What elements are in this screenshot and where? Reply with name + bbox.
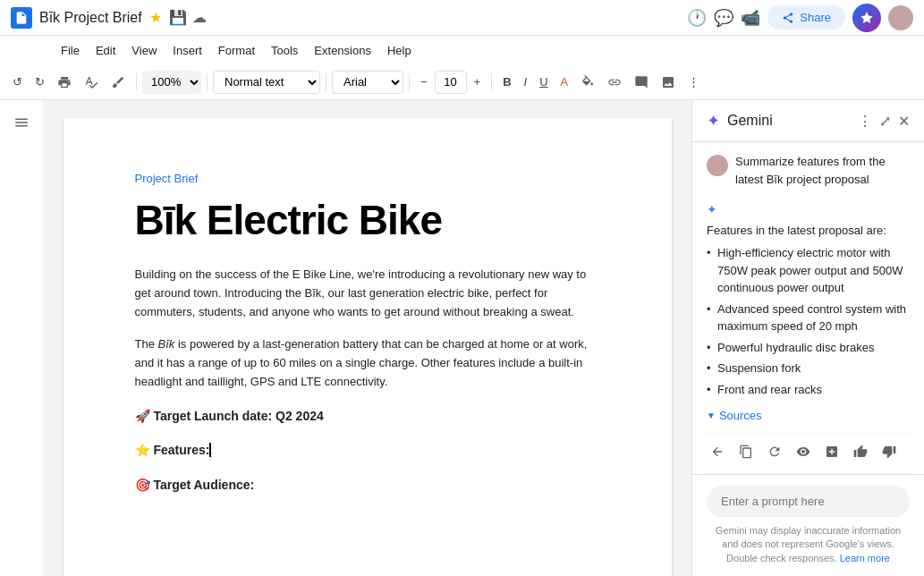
gemini-prompt-input[interactable] [721,495,895,508]
thumbs-down-button[interactable] [878,441,900,466]
title-icons: 💾 ☁ [169,9,207,26]
undo-button[interactable]: ↺ [7,72,28,92]
gemini-panel: ✦ Gemini ⋮ ⤢ ✕ Summarize features from t… [691,100,924,576]
sources-arrow-icon: ▼ [707,411,716,420]
cloud-sync-icon[interactable]: ☁ [192,9,207,26]
paint-format-button[interactable] [106,72,131,93]
feature-item-5: Front and rear racks [707,381,910,399]
gemini-more-icon[interactable]: ⋮ [858,113,872,130]
history-icon[interactable]: 🕐 [687,8,707,28]
paragraph-2: The Bīk is powered by a last-generation … [135,335,600,391]
insert-action-button[interactable] [821,441,843,466]
para2-prefix: The [135,337,158,351]
sources-label: Sources [719,409,762,422]
menu-help[interactable]: Help [380,40,419,61]
font-size-input[interactable] [435,71,467,94]
gemini-ai-icon: ✦ [707,202,910,216]
divider-2 [207,73,208,91]
google-docs-icon [11,7,32,29]
feature-item-1: High-efficiency electric motor with 750W… [707,244,910,297]
spell-check-button[interactable] [79,72,104,93]
features-text: ⭐ Features: [135,443,210,457]
share-label: Share [800,11,831,24]
gemini-expand-icon[interactable]: ⤢ [879,113,891,130]
feature-item-2: Advanced speed control system with maxim… [707,301,910,335]
gemini-user-message: Summarize features from the latest Bīk p… [707,153,910,188]
gemini-response-intro: Features in the latest proposal are: [707,224,910,237]
back-action-button[interactable] [707,441,728,466]
font-size-increase[interactable]: + [469,72,487,92]
menu-edit[interactable]: Edit [89,40,123,61]
copy-action-button[interactable] [735,441,757,466]
doc-area[interactable]: Project Brief Bīk Electric Bike Building… [43,100,691,576]
gemini-title: Gemini [727,113,851,129]
gemini-feature-list: High-efficiency electric motor with 750W… [707,244,910,398]
gemini-input-container[interactable] [707,486,910,517]
font-select[interactable]: Arial [332,71,403,94]
menu-tools[interactable]: Tools [264,40,305,61]
gemini-body: Summarize features from the latest Bīk p… [692,142,924,474]
paragraph-1: Building on the success of the E Bike Li… [135,266,600,321]
view-action-button[interactable] [793,441,814,466]
features-heading: ⭐ Features: [135,440,600,460]
font-size-control: − + [415,71,486,94]
document-body: Building on the success of the E Bike Li… [135,266,600,495]
zoom-select[interactable]: 100% [142,71,201,94]
refresh-action-button[interactable] [764,441,785,466]
save-to-drive-icon[interactable]: 💾 [169,9,187,26]
user-avatar[interactable] [888,5,913,30]
style-select[interactable]: Normal text [213,71,320,94]
comment-icon[interactable]: 💬 [714,8,733,28]
menu-extensions[interactable]: Extensions [307,40,378,61]
menu-insert[interactable]: Insert [165,40,209,61]
star-icon[interactable]: ★ [149,9,162,26]
gemini-ai-response: ✦ Features in the latest proposal are: H… [707,202,910,398]
title-bar: Bīk Project Brief ★ 💾 ☁ 🕐 💬 📹 Share [0,0,924,36]
text-color-button[interactable]: A [555,72,574,92]
gemini-actions [707,433,910,474]
comment-toolbar-button[interactable] [629,72,654,93]
meet-icon[interactable]: 📹 [741,8,760,28]
launch-date: 🚀 Target Launch date: Q2 2024 [135,406,600,426]
menu-view[interactable]: View [124,40,164,61]
cursor [209,443,211,457]
font-size-decrease[interactable]: − [415,72,433,92]
thumbs-up-button[interactable] [850,441,871,466]
feature-item-4: Suspension fork [707,360,910,377]
highlight-button[interactable] [575,72,600,93]
print-button[interactable] [52,72,77,93]
learn-more-link[interactable]: Learn more [840,553,890,563]
gemini-close-icon[interactable]: ✕ [898,113,910,130]
menu-file[interactable]: File [54,40,87,61]
gemini-header: ✦ Gemini ⋮ ⤢ ✕ [692,100,924,142]
gemini-sources[interactable]: ▼ Sources [707,409,910,422]
project-brief-label: Project Brief [135,172,600,185]
gemini-user-avatar [707,155,728,176]
para2-italic: Bīk [158,337,175,351]
image-toolbar-button[interactable] [656,72,681,93]
document-title-heading[interactable]: Bīk Electric Bike [135,196,600,244]
divider-4 [409,73,410,91]
gemini-fab[interactable] [852,4,881,32]
sidebar-toggle [0,100,43,576]
redo-button[interactable]: ↻ [30,72,50,92]
more-toolbar-button[interactable]: ⋮ [682,72,705,92]
bold-button[interactable]: B [497,72,516,92]
feature-item-3: Powerful hydraulic disc brakes [707,339,910,357]
divider-5 [491,73,492,91]
menu-format[interactable]: Format [211,40,262,61]
audience-heading: 🎯 Target Audience: [135,475,600,495]
gemini-user-text: Summarize features from the latest Bīk p… [735,153,910,188]
share-button[interactable]: Share [767,5,845,30]
document-title[interactable]: Bīk Project Brief [39,10,142,26]
gemini-sparkle-icon: ✦ [707,111,720,131]
main-area: Project Brief Bīk Electric Bike Building… [0,100,924,576]
sidebar-toggle-button[interactable] [10,111,33,139]
underline-button[interactable]: U [534,72,553,92]
gemini-disclaimer: Gemini may display inaccurate informatio… [707,524,910,565]
doc-page: Project Brief Bīk Electric Bike Building… [64,118,672,576]
toolbar: ↺ ↻ 100% Normal text Arial − + B I U A ⋮ [0,64,924,100]
link-button[interactable] [602,72,627,93]
italic-button[interactable]: I [519,72,533,92]
menu-bar: File Edit View Insert Format Tools Exten… [0,36,924,64]
